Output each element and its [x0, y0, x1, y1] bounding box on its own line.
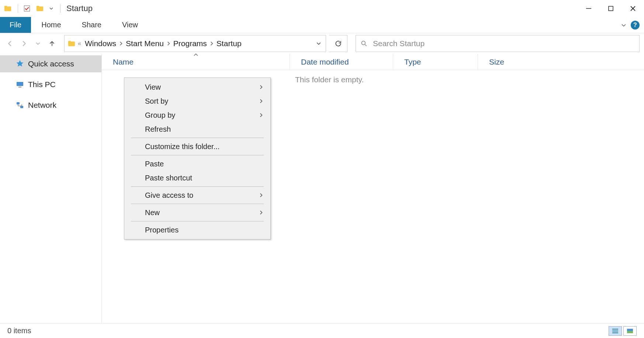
title-bar: Startup	[0, 0, 644, 17]
back-button[interactable]	[4, 38, 15, 49]
sidebar-item-this-pc[interactable]: This PC	[0, 76, 101, 93]
svg-rect-9	[17, 102, 20, 104]
properties-quick-icon[interactable]	[23, 5, 31, 12]
ribbon: File Home Share View ?	[0, 17, 644, 33]
context-menu-item[interactable]: Paste	[124, 157, 270, 171]
context-menu: ViewSort byGroup byRefreshCustomize this…	[124, 77, 271, 239]
close-button[interactable]	[622, 0, 644, 17]
minimize-button[interactable]	[578, 0, 600, 17]
status-bar: 0 items	[0, 323, 644, 338]
window-title: Startup	[66, 4, 93, 13]
menu-separator	[131, 204, 264, 204]
search-box[interactable]	[356, 35, 640, 52]
up-button[interactable]	[46, 38, 58, 49]
svg-rect-7	[17, 82, 23, 86]
help-button[interactable]: ?	[631, 21, 640, 30]
ribbon-collapse-icon[interactable]	[620, 22, 627, 28]
chevron-right-icon	[259, 99, 264, 104]
chevron-right-icon[interactable]	[166, 41, 171, 46]
star-icon	[15, 59, 24, 68]
svg-rect-10	[20, 106, 23, 108]
pc-icon	[15, 80, 24, 89]
svg-line-6	[365, 45, 367, 46]
context-menu-item[interactable]: Properties	[124, 223, 270, 237]
forward-button[interactable]	[18, 38, 30, 49]
column-label: Size	[489, 58, 504, 66]
folder-icon	[4, 4, 12, 13]
sidebar-item-network[interactable]: Network	[0, 97, 101, 114]
svg-point-5	[361, 41, 365, 45]
recent-locations-button[interactable]	[32, 38, 44, 49]
context-menu-item[interactable]: Customize this folder...	[124, 139, 270, 154]
svg-rect-2	[609, 6, 613, 11]
address-history-dropdown[interactable]	[313, 41, 324, 46]
sort-indicator-icon	[193, 53, 198, 56]
menu-separator	[131, 186, 264, 187]
column-label: Type	[404, 58, 421, 66]
context-menu-item[interactable]: View	[124, 80, 270, 94]
chevron-right-icon[interactable]	[118, 41, 124, 46]
sidebar-item-label: Network	[28, 101, 56, 110]
menu-separator	[131, 138, 264, 138]
content-pane[interactable]: Name Date modified Type Size This folder…	[102, 54, 644, 323]
svg-rect-15	[627, 331, 633, 333]
large-icons-view-button[interactable]	[623, 326, 637, 336]
column-headers: Name Date modified Type Size	[102, 54, 644, 70]
chevron-right-icon	[259, 84, 264, 90]
context-menu-item[interactable]: Group by	[124, 108, 270, 122]
nav-toolbar: « Windows Start Menu Programs Startup	[0, 33, 644, 54]
chevron-right-icon	[259, 113, 264, 118]
menu-separator	[131, 155, 264, 155]
menu-separator	[131, 221, 264, 221]
new-folder-quick-icon[interactable]	[36, 4, 44, 13]
breadcrumb-segment[interactable]: Startup	[214, 39, 244, 48]
column-name[interactable]: Name	[102, 54, 290, 70]
breadcrumb-overflow-icon[interactable]: «	[76, 40, 83, 47]
chevron-right-icon	[259, 210, 264, 215]
context-menu-item[interactable]: Refresh	[124, 122, 270, 136]
column-size[interactable]: Size	[478, 54, 537, 70]
empty-folder-message: This folder is empty.	[295, 75, 364, 84]
context-menu-item[interactable]: New	[124, 206, 270, 220]
view-tab[interactable]: View	[112, 17, 148, 33]
context-menu-item[interactable]: Paste shortcut	[124, 171, 270, 185]
address-bar[interactable]: « Windows Start Menu Programs Startup	[64, 35, 326, 52]
search-input[interactable]	[373, 39, 635, 48]
breadcrumb-segment[interactable]: Programs	[171, 39, 209, 48]
window-controls	[578, 0, 644, 17]
chevron-right-icon	[259, 193, 264, 198]
column-date-modified[interactable]: Date modified	[290, 54, 393, 70]
share-tab[interactable]: Share	[72, 17, 112, 33]
navigation-pane: Quick access This PC Network	[0, 54, 102, 323]
breadcrumb-segment[interactable]: Start Menu	[124, 39, 166, 48]
network-icon	[15, 101, 24, 110]
status-item-count: 0 items	[7, 327, 31, 335]
separator	[18, 4, 18, 13]
sidebar-item-quick-access[interactable]: Quick access	[0, 55, 101, 72]
search-icon	[360, 40, 368, 47]
column-label: Name	[113, 58, 134, 66]
svg-rect-0	[24, 6, 30, 11]
details-view-button[interactable]	[609, 326, 622, 336]
chevron-right-icon[interactable]	[209, 41, 214, 46]
column-type[interactable]: Type	[393, 54, 478, 70]
folder-icon	[67, 39, 76, 48]
sidebar-item-label: This PC	[28, 80, 56, 89]
column-label: Date modified	[301, 58, 349, 66]
svg-rect-8	[18, 87, 21, 87]
quick-access-dropdown-icon[interactable]	[49, 6, 53, 11]
refresh-button[interactable]	[329, 35, 347, 52]
sidebar-item-label: Quick access	[28, 59, 74, 68]
home-tab[interactable]: Home	[31, 17, 71, 33]
context-menu-item[interactable]: Give access to	[124, 188, 270, 202]
file-tab[interactable]: File	[0, 17, 31, 33]
breadcrumb-segment[interactable]: Windows	[83, 39, 118, 48]
context-menu-item[interactable]: Sort by	[124, 94, 270, 108]
separator	[60, 4, 60, 13]
maximize-button[interactable]	[600, 0, 622, 17]
